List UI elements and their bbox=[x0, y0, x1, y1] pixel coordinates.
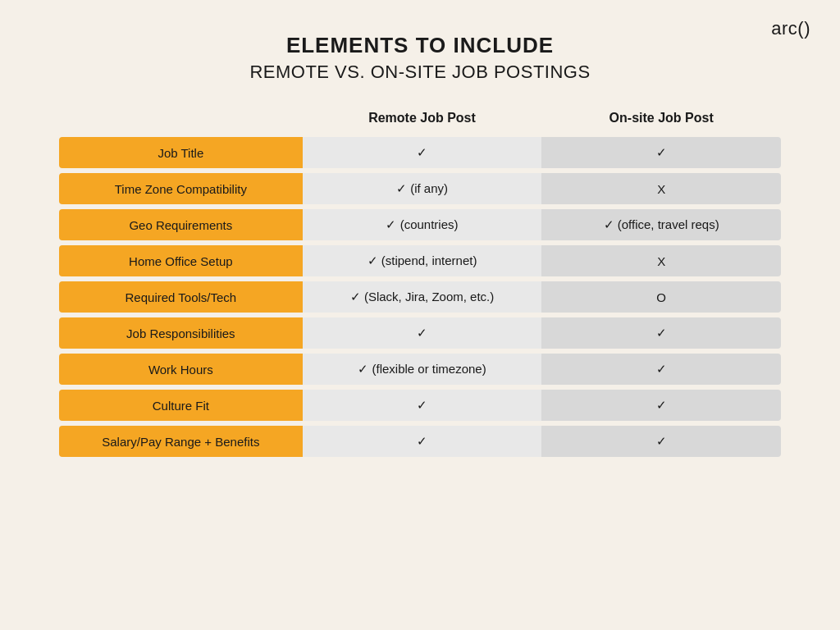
table-row: Work Hours✓ (flexible or timezone)✓ bbox=[59, 354, 781, 385]
table-row: Required Tools/Tech✓ (Slack, Jira, Zoom,… bbox=[59, 281, 781, 313]
row-remote-value: ✓ (countries) bbox=[303, 209, 542, 240]
col-header-label bbox=[59, 104, 303, 132]
row-onsite-value: ✓ (office, travel reqs) bbox=[541, 209, 781, 240]
sub-title: REMOTE VS. ON-SITE JOB POSTINGS bbox=[249, 62, 590, 83]
row-onsite-value: X bbox=[541, 173, 781, 204]
row-onsite-value: ✓ bbox=[541, 354, 781, 385]
row-label: Required Tools/Tech bbox=[59, 281, 303, 313]
row-onsite-value: ✓ bbox=[541, 137, 781, 168]
table-row: Salary/Pay Range + Benefits✓✓ bbox=[59, 426, 781, 457]
row-onsite-value: ✓ bbox=[541, 426, 781, 457]
row-remote-value: ✓ (flexible or timezone) bbox=[303, 354, 542, 385]
row-onsite-value: ✓ bbox=[541, 317, 781, 349]
row-onsite-value: O bbox=[541, 281, 781, 313]
row-remote-value: ✓ bbox=[303, 317, 542, 349]
row-label: Geo Requirements bbox=[59, 209, 303, 240]
row-remote-value: ✓ bbox=[303, 426, 542, 457]
main-title: ELEMENTS TO INCLUDE bbox=[249, 33, 590, 58]
row-label: Job Responsibilities bbox=[59, 317, 303, 349]
row-label: Culture Fit bbox=[59, 390, 303, 421]
page-wrapper: arc() ELEMENTS TO INCLUDE REMOTE VS. ON-… bbox=[0, 0, 840, 630]
row-remote-value: ✓ bbox=[303, 137, 542, 168]
table-row: Time Zone Compatibility✓ (if any)X bbox=[59, 173, 781, 204]
table-row: Culture Fit✓✓ bbox=[59, 390, 781, 421]
row-remote-value: ✓ (Slack, Jira, Zoom, etc.) bbox=[303, 281, 542, 313]
row-label: Salary/Pay Range + Benefits bbox=[59, 426, 303, 457]
comparison-table: Remote Job Post On-site Job Post Job Tit… bbox=[59, 99, 781, 462]
row-remote-value: ✓ (if any) bbox=[303, 173, 542, 204]
table-row: Job Responsibilities✓✓ bbox=[59, 317, 781, 349]
row-remote-value: ✓ (stipend, internet) bbox=[303, 245, 542, 276]
row-label: Home Office Setup bbox=[59, 245, 303, 276]
table-row: Geo Requirements✓ (countries)✓ (office, … bbox=[59, 209, 781, 240]
brand-logo: arc() bbox=[771, 18, 810, 39]
row-remote-value: ✓ bbox=[303, 390, 542, 421]
table-row: Job Title✓✓ bbox=[59, 137, 781, 168]
col-header-onsite: On-site Job Post bbox=[541, 104, 781, 132]
row-onsite-value: ✓ bbox=[541, 390, 781, 421]
row-label: Time Zone Compatibility bbox=[59, 173, 303, 204]
table-row: Home Office Setup✓ (stipend, internet)X bbox=[59, 245, 781, 276]
col-header-remote: Remote Job Post bbox=[303, 104, 542, 132]
row-onsite-value: X bbox=[541, 245, 781, 276]
row-label: Work Hours bbox=[59, 354, 303, 385]
header-section: ELEMENTS TO INCLUDE REMOTE VS. ON-SITE J… bbox=[249, 33, 590, 83]
row-label: Job Title bbox=[59, 137, 303, 168]
